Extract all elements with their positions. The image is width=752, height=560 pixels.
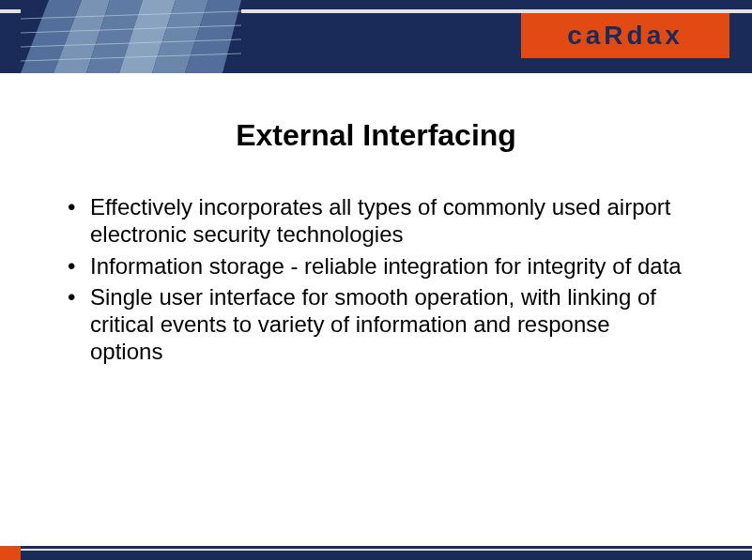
slide-title: External Interfacing (0, 118, 752, 153)
bullet-text: Effectively incorporates all types of co… (90, 194, 671, 247)
footer-accent-orange (0, 546, 21, 560)
bullet-text: Information storage - reliable integrati… (90, 253, 682, 279)
footer-accent-navy (21, 546, 752, 560)
brand-logo-text: cardax (567, 23, 683, 49)
header-art (21, 0, 241, 73)
list-item: Single user interface for smooth operati… (64, 283, 683, 366)
brand-logo: cardax (521, 13, 729, 58)
bullet-ul: Effectively incorporates all types of co… (64, 193, 683, 366)
footer-stripe (21, 549, 752, 551)
list-item: Effectively incorporates all types of co… (64, 193, 683, 249)
list-item: Information storage - reliable integrati… (64, 252, 683, 280)
slide: cardax External Interfacing Effectively … (0, 0, 752, 560)
bullet-list: Effectively incorporates all types of co… (64, 193, 683, 370)
bullet-text: Single user interface for smooth operati… (90, 284, 656, 365)
header-banner: cardax (0, 0, 752, 73)
